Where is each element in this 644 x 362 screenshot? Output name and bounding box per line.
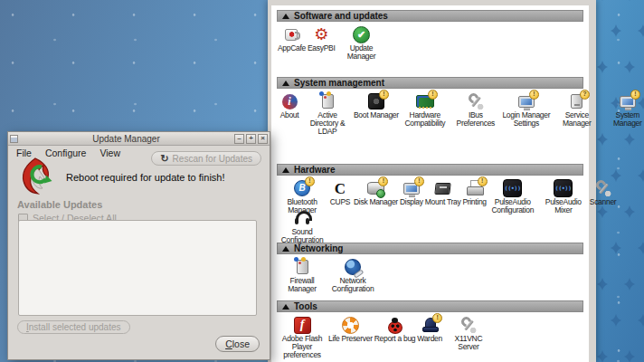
alert-badge-icon: ! [630,90,640,100]
launcher-row: AppCafeEasyPBIUpdate Manager [277,22,583,61]
launcher-label: Login Manager Settings [502,111,551,128]
monitor-icon: ! [400,179,423,197]
printer-icon: ! [463,179,487,197]
launcher-about[interactable]: About [277,92,302,119]
collapse-arrow-icon [282,246,289,252]
launcher-firewall-manager[interactable]: Firewall Manager [277,258,327,293]
launcher-disk-manager[interactable]: !Disk Manager [353,179,399,206]
collapse-arrow-icon [282,81,289,86]
globe-wrench-icon [341,258,365,276]
life-ring-icon [338,316,362,334]
maximize-window-button[interactable]: + [246,134,256,144]
launcher-appcafe[interactable]: AppCafe [277,25,307,52]
window-title: Update Manager [20,134,232,144]
section-header-software-and-updates[interactable]: Software and updates [277,10,583,22]
launcher-report-a-bug[interactable]: Report a bug [374,316,417,343]
launcher-pulseaudio-configuration[interactable]: PulseAudio Configuration [488,179,538,214]
launcher-label: Service Manager [553,111,601,128]
update-manager-window: Update Manager –+× File Configure View ↻… [7,131,270,360]
section-title: Networking [294,243,343,253]
menu-view[interactable]: View [99,148,120,158]
launcher-row: Firewall ManagerNetwork Configuration [277,254,583,293]
launcher-login-manager-settings[interactable]: !Login Manager Settings [501,92,552,128]
update-flame-icon [17,157,59,195]
launcher-label: Scanner [590,198,617,206]
section-title: Tools [294,301,317,311]
launcher-label: Warden [417,335,442,343]
refresh-icon: ↻ [160,153,168,165]
launcher-scanner[interactable]: Scanner [589,179,618,206]
section-items: !Bluetooth ManagerCUPS!Disk Manager!Disp… [277,176,583,234]
section-items: Adobe Flash Player preferencesLife Prese… [277,312,583,359]
section-hardware: Hardware!Bluetooth ManagerCUPS!Disk Mana… [277,164,583,234]
launcher-label: IBus Preferences [451,111,500,128]
launcher-boot-manager[interactable]: !Boot Manager [353,92,400,119]
alert-badge-icon: ! [529,90,539,100]
alert-badge-icon: ! [432,313,442,323]
disk-icon: ! [364,179,387,197]
pulseaudio-icon [501,179,525,197]
launcher-life-preserver[interactable]: Life Preserver [327,316,374,343]
monitor-icon: ! [616,92,639,110]
launcher-label: About [280,111,299,119]
section-items: AboutActive Directory & LDAP!Boot Manage… [277,89,583,156]
launcher-label: Printing [462,198,486,206]
launcher-ibus-preferences[interactable]: IBus Preferences [450,92,501,128]
section-header-hardware[interactable]: Hardware [277,164,583,176]
available-updates-label: Available Updates [17,199,102,210]
window-app-icon [10,135,18,143]
close-button[interactable]: Close [215,336,260,352]
launcher-hardware-compatibility[interactable]: !Hardware Compatibility [400,92,450,128]
launcher-row: AboutActive Directory & LDAP!Boot Manage… [277,89,583,136]
launcher-warden[interactable]: !Warden [416,316,443,343]
about-icon [278,92,301,110]
section-items: Firewall ManagerNetwork Configuration [277,254,583,292]
launcher-display[interactable]: !Display [399,179,424,206]
tools-icon [464,92,488,110]
launcher-label: CUPS [330,198,350,206]
status-message: Reboot required for update to finish! [66,172,225,183]
launcher-label: Active Directory & LDAP [303,111,352,136]
update-manager-titlebar[interactable]: Update Manager –+× [8,132,270,146]
collapse-arrow-icon [282,167,289,173]
section-title: Hardware [294,165,336,175]
launcher-label: Mount Tray [425,198,461,206]
launcher-mount-tray[interactable]: Mount Tray [424,179,462,206]
section-header-system-management[interactable]: System management [277,77,583,89]
launcher-adobe-flash-player-preferences[interactable]: Adobe Flash Player preferences [277,316,327,359]
launcher-row: Adobe Flash Player preferencesLife Prese… [277,312,583,359]
install-selected-updates-button[interactable]: Install selected updates [17,320,130,334]
launcher-pulseaudio-mixer[interactable]: PulseAudio Mixer [538,179,589,214]
launcher-service-manager[interactable]: ?Service Manager [552,92,602,128]
section-header-tools[interactable]: Tools [277,300,583,312]
launcher-cups[interactable]: CUPS [327,179,353,206]
launcher-label: System Manager [603,111,644,128]
alert-badge-icon: ! [414,176,424,186]
section-networking: NetworkingFirewall ManagerNetwork Config… [277,243,583,292]
launcher-label: Report a bug [374,335,416,343]
close-window-button[interactable]: × [258,134,268,144]
launcher-label: Life Preserver [328,335,373,343]
launcher-label: PulseAudio Mixer [539,198,588,214]
minimize-window-button[interactable]: – [234,134,244,144]
collapse-arrow-icon [282,304,289,310]
section-items: AppCafeEasyPBIUpdate Manager [277,22,583,69]
launcher-easypbi[interactable]: EasyPBI [307,25,336,52]
launcher-label: X11VNC Server [444,335,493,351]
launcher-update-manager[interactable]: Update Manager [336,25,386,61]
updates-list[interactable] [18,220,257,316]
hardware-card-icon: ! [413,92,437,110]
launcher-label: Network Configuration [328,277,377,293]
server-people-icon [290,258,314,276]
rescan-for-updates-button[interactable]: ↻ Rescan for Updates [151,151,261,166]
launcher-network-configuration[interactable]: Network Configuration [327,258,378,293]
launcher-system-manager[interactable]: !System Manager [602,92,644,128]
launcher-printing[interactable]: !Printing [461,179,487,206]
section-software-and-updates: Software and updatesAppCafeEasyPBIUpdate… [277,10,583,69]
monitor-icon: ! [515,92,538,110]
alert-badge-icon: ! [379,90,389,100]
launcher-active-directory-ldap[interactable]: Active Directory & LDAP [302,92,353,136]
section-title: System management [294,78,384,88]
launcher-x11vnc-server[interactable]: X11VNC Server [443,316,494,351]
launcher-sound-configuration[interactable]: Sound Configuration [277,209,327,244]
